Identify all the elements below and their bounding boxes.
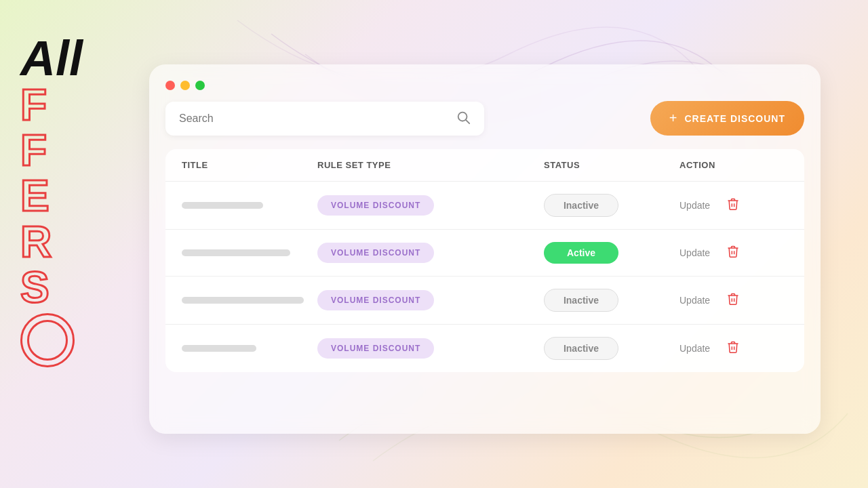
row-1-action: Update (679, 197, 788, 214)
row-3-rule-set: VOLUME DISCOUNT (317, 290, 544, 310)
side-circle-inner (27, 320, 68, 361)
status-badge-inactive: Inactive (544, 194, 618, 217)
search-box (165, 102, 484, 136)
rule-set-badge: VOLUME DISCOUNT (317, 338, 434, 359)
col-header-title: TITLE (182, 160, 317, 170)
update-link[interactable]: Update (679, 295, 710, 306)
row-2-status: Active (544, 242, 679, 264)
search-icon (456, 110, 471, 127)
window-dot-green[interactable] (195, 81, 205, 90)
row-1-rule-set: VOLUME DISCOUNT (317, 195, 544, 216)
table-row: VOLUME DISCOUNT Active Update (165, 229, 804, 276)
status-badge-active: Active (544, 242, 618, 264)
row-4-status: Inactive (544, 337, 679, 360)
row-2-rule-set: VOLUME DISCOUNT (317, 243, 544, 263)
status-badge-inactive: Inactive (544, 289, 618, 312)
col-header-status: STATUS (544, 160, 679, 170)
delete-icon[interactable] (726, 292, 740, 309)
update-link[interactable]: Update (679, 200, 710, 211)
update-link[interactable]: Update (679, 247, 710, 258)
table-row: VOLUME DISCOUNT Inactive Update (165, 181, 804, 229)
side-letters: F F E R S (20, 83, 52, 310)
main-card: + CREATE DISCOUNT TITLE RULE SET TYPE ST… (149, 64, 821, 434)
discount-table: TITLE RULE SET TYPE STATUS ACTION VOLUME… (165, 149, 804, 372)
row-1-status: Inactive (544, 194, 679, 217)
window-controls (165, 81, 804, 90)
svg-line-1 (466, 120, 469, 123)
window-dot-red[interactable] (165, 81, 175, 90)
row-4-rule-set: VOLUME DISCOUNT (317, 338, 544, 359)
delete-icon[interactable] (726, 340, 740, 357)
side-letter-f1: F (20, 83, 52, 128)
row-2-action: Update (679, 245, 788, 262)
side-letter-e: E (20, 174, 52, 219)
create-discount-label: CREATE DISCOUNT (684, 113, 785, 124)
rule-set-badge: VOLUME DISCOUNT (317, 290, 434, 310)
row-4-title (182, 345, 317, 352)
rule-set-badge: VOLUME DISCOUNT (317, 195, 434, 216)
search-input[interactable] (179, 113, 448, 125)
delete-icon[interactable] (726, 197, 740, 214)
side-all-text: All (20, 34, 83, 83)
window-dot-yellow[interactable] (180, 81, 190, 90)
row-2-title (182, 249, 317, 256)
update-link[interactable]: Update (679, 343, 710, 354)
row-3-title (182, 297, 317, 304)
rule-set-badge: VOLUME DISCOUNT (317, 243, 434, 263)
side-letter-f2: F (20, 128, 52, 174)
col-header-rule-set-type: RULE SET TYPE (317, 160, 544, 170)
top-bar: + CREATE DISCOUNT (165, 101, 804, 136)
table-row: VOLUME DISCOUNT Inactive Update (165, 276, 804, 324)
status-badge-inactive: Inactive (544, 337, 618, 360)
side-circle-o (20, 313, 75, 367)
side-letter-s: S (20, 265, 52, 310)
col-header-action: ACTION (679, 160, 788, 170)
row-3-status: Inactive (544, 289, 679, 312)
delete-icon[interactable] (726, 245, 740, 262)
create-discount-button[interactable]: + CREATE DISCOUNT (650, 101, 804, 136)
row-1-title (182, 202, 317, 209)
create-discount-plus-icon: + (669, 110, 678, 126)
table-header: TITLE RULE SET TYPE STATUS ACTION (165, 149, 804, 181)
side-letter-r: R (20, 220, 52, 265)
row-3-action: Update (679, 292, 788, 309)
row-4-action: Update (679, 340, 788, 357)
table-row: VOLUME DISCOUNT Inactive Update (165, 324, 804, 372)
side-decoration: All F F E R S (20, 34, 83, 367)
